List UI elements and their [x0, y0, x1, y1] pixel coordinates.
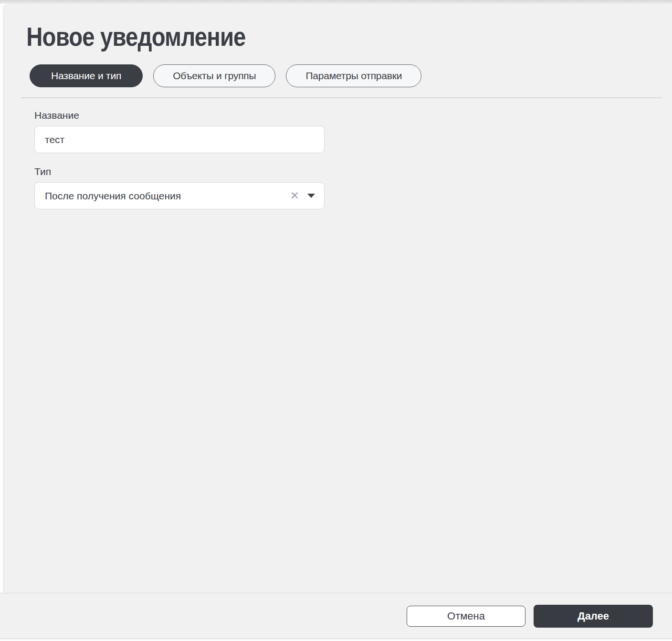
tab-send-parameters[interactable]: Параметры отправки: [286, 64, 421, 87]
tab-objects-and-groups[interactable]: Объекты и группы: [153, 64, 275, 87]
cancel-button[interactable]: Отмена: [407, 606, 525, 627]
name-input[interactable]: [34, 126, 325, 153]
name-field-label: Название: [34, 110, 672, 121]
type-select-value: После получения сообщения: [45, 190, 290, 202]
backdrop-top-edge: [0, 0, 672, 4]
chevron-down-icon[interactable]: [307, 194, 315, 198]
notification-form: Название Тип После получения сообщения ✕: [4, 110, 672, 209]
tabs-divider: [21, 97, 662, 98]
clear-icon[interactable]: ✕: [290, 190, 299, 201]
tab-name-and-type[interactable]: Название и тип: [30, 64, 143, 87]
type-field-label: Тип: [34, 166, 672, 177]
tab-bar: Название и тип Объекты и группы Параметр…: [30, 64, 672, 87]
new-notification-dialog: Новое уведомление Название и тип Объекты…: [3, 4, 672, 593]
page-title: Новое уведомление: [4, 4, 578, 50]
type-select[interactable]: После получения сообщения ✕: [34, 182, 325, 209]
next-button[interactable]: Далее: [534, 605, 653, 628]
footer-action-bar: Отмена Далее: [0, 593, 672, 639]
